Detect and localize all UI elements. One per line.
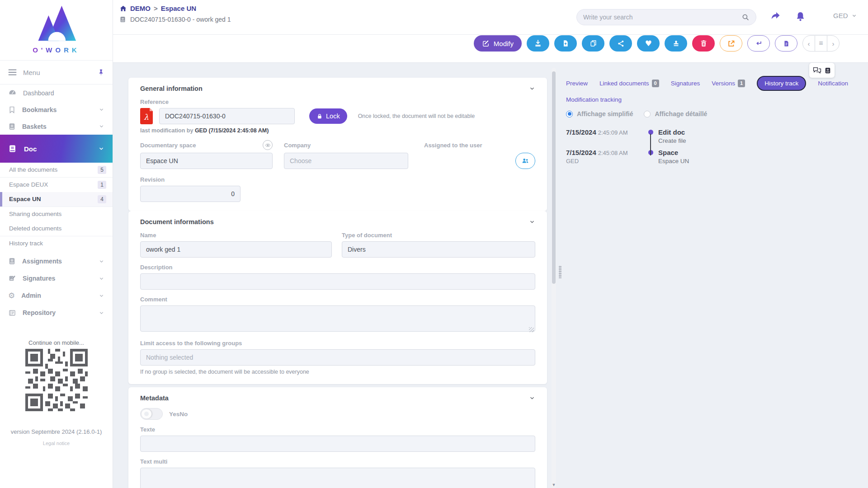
radio-affichage-detaille[interactable]: Affichage détaillé [644,110,707,117]
stamp-button[interactable] [665,35,687,52]
collapse-chevron-icon[interactable] [529,85,535,92]
sidebar-item-admin[interactable]: ⚙ Admin [0,287,113,304]
pager-next-button[interactable]: › [827,36,839,51]
name-input[interactable] [140,241,332,258]
radio-affichage-simplifie[interactable]: Affichage simplifié [566,110,633,117]
yesno-toggle[interactable] [140,408,163,420]
legal-notice-link[interactable]: Legal notice [0,441,113,446]
comment-textarea[interactable] [140,305,535,332]
radio-label: Affichage simplifié [577,110,633,117]
sidebar-item-baskets[interactable]: Baskets [0,118,113,135]
document-history-icon[interactable] [825,67,831,74]
sidebar-subitem-label: Espace DEUX [9,181,48,188]
sidebar-item-history-track[interactable]: History track [0,236,113,251]
yesno-label: YesNo [169,411,188,418]
scrollbar-thumb[interactable] [552,71,556,284]
tab-label: History track [764,80,798,87]
search-icon[interactable] [741,13,750,21]
type-of-document-input[interactable] [342,241,535,258]
tab-linked-documents[interactable]: Linked documents 0 [599,80,659,87]
app-logo[interactable]: O'WORK [0,0,113,60]
sidebar-item-espace-deux[interactable]: Espace DEUX 1 [0,178,113,192]
timeline-detail: Espace UN [658,158,865,164]
tab-notification[interactable]: Notification [818,80,848,87]
timeline-detail: Create file [658,137,865,144]
sidebar-item-deleted-documents[interactable]: Deleted documents [0,221,113,236]
sidebar-item-espace-un[interactable]: Espace UN 4 [0,192,113,207]
delete-trash-button[interactable] [692,35,715,52]
tab-preview[interactable]: Preview [566,80,588,87]
card-title: Document informations [140,218,214,225]
tab-label: Signatures [671,80,700,87]
sidebar-item-assignments[interactable]: Assignments [0,253,113,270]
app-version: version Septembre 2024 (2.16.0-1) [0,428,113,435]
sidebar-item-repository[interactable]: Repository [0,304,113,321]
lock-button[interactable]: Lock [309,108,347,124]
notifications-bell-icon[interactable] [795,11,806,22]
search-input[interactable] [583,14,741,21]
assign-users-button[interactable] [515,153,535,169]
user-menu[interactable]: GED [833,12,857,19]
description-input[interactable] [140,273,535,290]
reference-input[interactable] [159,108,295,124]
share-button[interactable] [609,35,632,52]
pin-sidebar-icon[interactable] [98,69,104,76]
radio-icon [644,111,651,117]
download-button[interactable] [527,35,549,52]
upload-file-button[interactable] [554,35,577,52]
description-label: Description [140,264,535,271]
sidebar-item-doc[interactable]: Doc [0,135,113,163]
menu-toggle[interactable]: Menu [0,61,113,84]
pager-previous-button[interactable]: ‹ [803,36,815,51]
breadcrumb-root[interactable]: DEMO [130,5,151,12]
company-input[interactable] [284,153,408,169]
document-view-button[interactable] [775,35,797,52]
document-pager: ‹ ≡ › [802,35,840,52]
hamburger-icon[interactable] [8,69,17,76]
texte-input[interactable] [140,436,535,452]
forward-share-icon[interactable] [769,11,782,22]
mountain-logo-icon [37,5,76,45]
list-icon [8,309,16,317]
metadata-card: Metadata YesNo Texte Text multi [128,387,547,488]
sidebar-item-all-documents[interactable]: All the documents 5 [0,163,113,178]
sidebar-item-bookmarks[interactable]: Bookmarks [0,101,113,118]
modify-button[interactable]: Modify [474,35,522,52]
pager-list-button[interactable]: ≡ [815,36,827,51]
collapse-chevron-icon[interactable] [529,395,535,401]
tab-signatures[interactable]: Signatures [671,80,700,87]
tab-versions[interactable]: Versions 1 [712,80,745,87]
home-icon[interactable] [119,5,127,12]
copy-button[interactable] [582,35,604,52]
bookmark-icon [8,106,16,114]
search-bar[interactable] [576,9,756,25]
limit-groups-label: Limit access to the following groups [140,340,535,347]
sidebar-item-sharing-documents[interactable]: Sharing documents [0,207,113,222]
scroll-down-arrow[interactable]: ▼ [552,483,556,487]
text-multi-textarea[interactable] [140,468,535,488]
chevron-down-icon [99,293,104,299]
panel-splitter-handle[interactable] [559,266,561,278]
tab-modification-tracking[interactable]: Modification tracking [566,96,622,103]
eye-icon[interactable] [263,140,273,150]
sidebar-subitem-label: All the documents [9,166,57,173]
name-label: Name [140,232,332,239]
chat-bubbles-icon[interactable] [813,67,821,74]
revision-input[interactable] [140,186,241,202]
timeline-date: 7/15/2024 [566,128,596,136]
timeline-user: GED [566,158,643,164]
sidebar-item-dashboard[interactable]: Dashboard [0,84,113,101]
menu-label: Menu [23,69,40,76]
sidebar-item-signatures[interactable]: Signatures [0,270,113,287]
tab-history-track[interactable]: History track [757,76,806,91]
qr-code [0,349,113,411]
limit-groups-select[interactable] [140,349,535,366]
vertical-scrollbar[interactable]: ▼ [552,68,556,488]
breadcrumb-separator: > [154,5,158,12]
open-external-button[interactable] [720,35,742,52]
collapse-chevron-icon[interactable] [529,219,535,225]
favorite-heart-button[interactable]: ♥ [637,35,660,52]
documentary-space-input[interactable] [140,153,273,169]
return-button[interactable] [747,35,770,52]
breadcrumb-current[interactable]: Espace UN [161,5,196,12]
